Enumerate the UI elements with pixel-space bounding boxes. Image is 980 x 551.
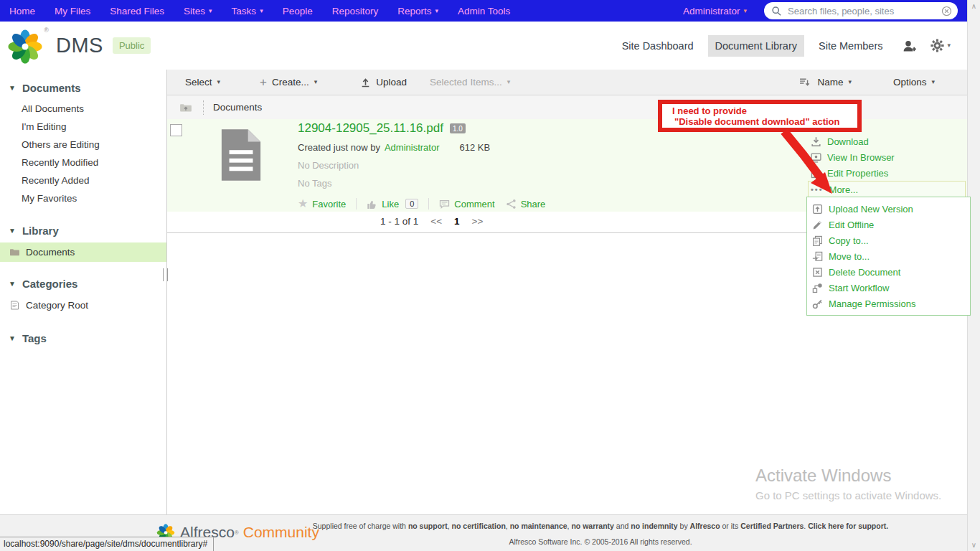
selected-items-button[interactable]: Selected Items...▾ bbox=[430, 77, 510, 88]
search-box bbox=[764, 2, 958, 19]
nav-sites[interactable]: Sites▾ bbox=[184, 6, 212, 17]
options-button[interactable]: Options▾ bbox=[893, 77, 935, 88]
action-more[interactable]: ••• More... bbox=[808, 181, 966, 198]
upload-new-version-icon bbox=[812, 204, 823, 215]
action-manage-permissions[interactable]: Manage Permissions bbox=[812, 296, 970, 311]
edit-offline-icon bbox=[812, 220, 823, 230]
like-button[interactable]: Like bbox=[367, 199, 399, 209]
action-edit-properties[interactable]: Edit Properties bbox=[811, 165, 966, 181]
action-edit-offline[interactable]: Edit Offline bbox=[812, 217, 970, 232]
registered-mark-icon: ® bbox=[44, 27, 49, 34]
delete-icon bbox=[812, 267, 823, 278]
sidebar-item-all-documents[interactable]: All Documents bbox=[0, 100, 166, 118]
favorite-button[interactable]: ★ Favorite bbox=[298, 198, 346, 209]
caret-down-icon: ▾ bbox=[947, 42, 951, 49]
no-tags-label: No Tags bbox=[298, 178, 545, 189]
action-download[interactable]: Download bbox=[811, 133, 966, 149]
divider bbox=[428, 198, 429, 209]
breadcrumb-separator bbox=[203, 100, 204, 115]
footer-disclaimer: Supplied free of charge with no support,… bbox=[237, 522, 964, 530]
action-copy-to[interactable]: Copy to... bbox=[812, 232, 970, 248]
nav-my-files[interactable]: My Files bbox=[55, 6, 90, 17]
annotation-line2: "Disable document download" action bbox=[674, 116, 857, 127]
breadcrumb-current: Documents bbox=[213, 102, 262, 113]
pagination-prev[interactable]: << bbox=[430, 216, 442, 227]
site-visibility-badge: Public bbox=[113, 37, 151, 54]
site-title: DMS bbox=[56, 34, 103, 57]
nav-reports[interactable]: Reports▾ bbox=[397, 6, 438, 17]
caret-down-icon: ▾ bbox=[435, 8, 439, 14]
select-button[interactable]: Select▾ bbox=[185, 77, 220, 88]
status-url-tooltip: localhost:9090/share/page/site/dms/docum… bbox=[0, 537, 214, 551]
nav-tasks[interactable]: Tasks▾ bbox=[232, 6, 263, 17]
nav-people[interactable]: People bbox=[283, 6, 313, 17]
download-icon bbox=[811, 136, 821, 147]
document-checkbox[interactable] bbox=[170, 124, 182, 136]
sort-field-button[interactable]: Name▾ bbox=[817, 77, 852, 88]
sort-icon[interactable] bbox=[799, 77, 810, 88]
version-badge: 1.0 bbox=[450, 123, 466, 133]
sidebar-resize-handle[interactable] bbox=[163, 268, 168, 281]
sidebar-section-tags[interactable]: ▼ Tags bbox=[9, 332, 166, 344]
library-tree-documents[interactable]: Documents bbox=[0, 242, 166, 262]
pagination-next[interactable]: >> bbox=[472, 216, 484, 227]
search-icon[interactable] bbox=[771, 6, 782, 17]
sidebar-item-my-favorites[interactable]: My Favorites bbox=[0, 189, 166, 207]
sidebar-item-recently-modified[interactable]: Recently Modified bbox=[0, 154, 166, 171]
comment-button[interactable]: Comment bbox=[439, 199, 494, 209]
scroll-down-icon[interactable]: ∨ bbox=[968, 539, 980, 551]
clear-search-icon[interactable] bbox=[941, 6, 952, 17]
category-tree-root[interactable]: Category Root bbox=[0, 296, 166, 315]
sidebar-item-recently-added[interactable]: Recently Added bbox=[0, 171, 166, 189]
tab-site-members[interactable]: Site Members bbox=[811, 35, 890, 57]
view-in-browser-icon bbox=[811, 152, 821, 163]
tab-site-dashboard[interactable]: Site Dashboard bbox=[615, 35, 701, 57]
share-icon bbox=[506, 199, 517, 209]
folder-up-icon[interactable] bbox=[179, 102, 192, 113]
document-name-link[interactable]: 12904-12905_25.11.16.pdf bbox=[298, 121, 443, 136]
folder-icon bbox=[9, 247, 20, 258]
pagination-page-1[interactable]: 1 bbox=[454, 216, 460, 227]
triangle-down-icon: ▼ bbox=[9, 280, 16, 288]
upload-icon bbox=[360, 77, 371, 88]
tab-document-library[interactable]: Document Library bbox=[708, 35, 804, 57]
created-text: Created just now by bbox=[298, 142, 380, 153]
thumbs-up-icon bbox=[367, 199, 377, 209]
action-start-workflow[interactable]: Start Workflow bbox=[812, 280, 970, 296]
footer-copyright: Alfresco Software Inc. © 2005-2016 All r… bbox=[237, 537, 964, 546]
search-input[interactable] bbox=[786, 5, 937, 17]
creator-link[interactable]: Administrator bbox=[385, 142, 440, 153]
scroll-up-icon[interactable]: ∧ bbox=[968, 0, 980, 12]
action-move-to[interactable]: Move to... bbox=[812, 248, 970, 264]
nav-repository[interactable]: Repository bbox=[332, 6, 379, 17]
move-icon bbox=[812, 251, 823, 262]
sidebar-section-library[interactable]: ▼ Library bbox=[9, 225, 166, 237]
nav-shared-files[interactable]: Shared Files bbox=[110, 6, 164, 17]
triangle-down-icon: ▼ bbox=[9, 227, 16, 235]
sidebar-section-documents[interactable]: ▼ Documents bbox=[9, 82, 166, 94]
user-menu[interactable]: Administrator▾ bbox=[683, 6, 747, 17]
key-icon bbox=[812, 298, 823, 309]
caret-down-icon: ▾ bbox=[848, 79, 852, 85]
create-button[interactable]: + Create...▾ bbox=[260, 76, 317, 88]
action-upload-new-version[interactable]: Upload New Version bbox=[812, 201, 970, 217]
sidebar-item-im-editing[interactable]: I'm Editing bbox=[0, 118, 166, 136]
upload-button[interactable]: Upload bbox=[360, 77, 407, 88]
document-actions: Download View In Browser Edit Properties… bbox=[811, 133, 966, 198]
caret-down-icon: ▾ bbox=[209, 8, 212, 14]
action-view-in-browser[interactable]: View In Browser bbox=[811, 149, 966, 165]
invite-user-button[interactable] bbox=[903, 39, 917, 52]
nav-home[interactable]: Home bbox=[9, 6, 35, 17]
pagination-range: 1 - 1 of 1 bbox=[380, 216, 418, 227]
triangle-down-icon: ▼ bbox=[9, 84, 16, 92]
file-icon[interactable] bbox=[219, 128, 263, 182]
edit-properties-icon bbox=[811, 168, 821, 179]
sidebar-item-others-are-editing[interactable]: Others are Editing bbox=[0, 136, 166, 154]
caret-down-icon: ▾ bbox=[314, 79, 318, 85]
settings-menu-button[interactable]: ▾ bbox=[930, 38, 951, 53]
nav-admin-tools[interactable]: Admin Tools bbox=[458, 6, 510, 17]
sidebar-section-categories[interactable]: ▼ Categories bbox=[9, 278, 166, 290]
annotation-line1: I need to provide bbox=[672, 105, 857, 116]
action-delete-document[interactable]: Delete Document bbox=[812, 264, 970, 280]
share-button[interactable]: Share bbox=[506, 199, 546, 209]
